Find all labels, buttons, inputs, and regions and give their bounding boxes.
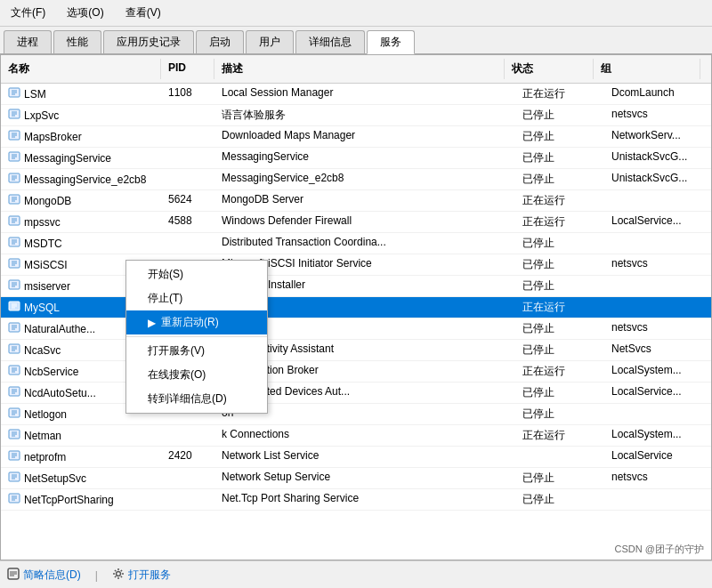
col-pid[interactable]: PID: [161, 59, 214, 79]
svc-group: LocalSystem...: [604, 361, 711, 382]
status-open-service[interactable]: 打开服务: [112, 568, 171, 583]
svc-group: netsvcs: [604, 254, 711, 275]
svc-name: LSM: [24, 88, 46, 101]
svc-status: 已停止: [515, 276, 604, 296]
table-row[interactable]: MySQL5478MySQL...正在运行: [1, 297, 711, 318]
svc-group: DcomLaunch: [604, 84, 711, 104]
svc-status: 已停止: [515, 468, 604, 488]
svc-name: Netman: [24, 430, 61, 442]
svc-desc: Distributed Transaction Coordina...: [214, 233, 515, 254]
svc-group: UnistackSvcG...: [604, 169, 711, 189]
table-row[interactable]: Netmank Connections正在运行LocalSystem...: [1, 425, 711, 447]
svg-point-24: [116, 572, 120, 576]
table-row[interactable]: MSDTCDistributed Transaction Coordina...…: [1, 233, 711, 254]
svc-group: UnistackSvcG...: [604, 148, 711, 168]
svc-group: netsvcs: [604, 105, 711, 125]
table-row[interactable]: MapsBrokerDownloaded Maps Manager已停止Netw…: [1, 126, 711, 148]
col-name[interactable]: 名称: [1, 59, 161, 79]
briefing-label[interactable]: 简略信息(D): [23, 568, 81, 583]
svc-status: 正在运行: [515, 297, 604, 318]
svc-status: 已停止: [515, 404, 604, 424]
table-row[interactable]: NetTcpPortSharingNet.Tcp Port Sharing Se…: [1, 489, 711, 511]
svc-icon: [8, 214, 20, 230]
svc-icon: [8, 129, 20, 144]
svc-status: 已停止: [515, 233, 604, 254]
table-row[interactable]: MongoDB5624MongoDB Server正在运行: [1, 190, 711, 212]
svc-desc: Windows Defender Firewall: [214, 212, 515, 232]
svc-pid: [161, 425, 214, 446]
ctx-open-service[interactable]: 打开服务(V): [126, 339, 267, 363]
table-body[interactable]: LSM1108Local Session Manager正在运行DcomLaun…: [1, 84, 711, 560]
tab-startup[interactable]: 启动: [196, 30, 244, 53]
tab-services[interactable]: 服务: [367, 30, 415, 54]
svc-pid: [161, 126, 214, 147]
svc-group: LocalSystem...: [604, 425, 711, 446]
table-row[interactable]: netprofm2420Network List ServiceLocalSer…: [1, 447, 711, 468]
svc-desc: MongoDB Server: [214, 190, 515, 211]
table-row[interactable]: LxpSvc语言体验服务已停止netsvcs: [1, 105, 711, 126]
col-desc[interactable]: 描述: [214, 59, 505, 79]
svc-name: LxpSvc: [24, 109, 59, 122]
table-row[interactable]: NaturalAuthe......验证已停止netsvcs: [1, 318, 711, 340]
briefing-icon: [7, 568, 20, 583]
menu-file[interactable]: 文件(F): [7, 4, 49, 22]
tab-bar: 进程 性能 应用历史记录 启动 用户 详细信息 服务: [0, 27, 712, 54]
svc-status: 已停止: [515, 489, 604, 510]
table-row[interactable]: MessagingServiceMessagingService已停止Unist…: [1, 148, 711, 169]
svc-group: [604, 276, 711, 296]
svc-name: MapsBroker: [24, 131, 82, 143]
svc-name: MessagingService_e2cb8: [24, 173, 146, 186]
svc-status: 已停止: [515, 126, 604, 147]
svc-icon: [8, 428, 20, 443]
menu-options[interactable]: 选项(O): [63, 4, 107, 22]
svc-group: LocalService...: [604, 383, 711, 403]
svc-pid: 1108: [161, 84, 214, 104]
svc-name: NcdAutoSetu...: [24, 387, 96, 399]
table-row[interactable]: NcaSvck Connectivity Assistant已停止NetSvcs: [1, 340, 711, 361]
svc-group: [604, 233, 711, 254]
tab-app-history[interactable]: 应用历史记录: [103, 30, 194, 53]
svc-desc: Local Session Manager: [214, 84, 515, 104]
table-row[interactable]: msiserverWindows Installer已停止: [1, 276, 711, 297]
svc-pid: 4588: [161, 212, 214, 232]
svc-icon: [8, 278, 20, 294]
svc-icon: [8, 449, 20, 464]
svc-icon: [8, 236, 20, 251]
ctx-stop[interactable]: 停止(T): [126, 286, 267, 310]
table-row[interactable]: mpssvc4588Windows Defender Firewall正在运行L…: [1, 212, 711, 233]
svc-status: 已停止: [515, 318, 604, 339]
scrollbar-header: [700, 59, 712, 79]
table-row[interactable]: MessagingService_e2cb8MessagingService_e…: [1, 169, 711, 190]
ctx-go-details[interactable]: 转到详细信息(D): [126, 387, 267, 411]
main-content: 名称 PID 描述 状态 组 LSM1108Local Session Mana…: [0, 54, 712, 560]
svc-desc: k Connections: [214, 425, 515, 446]
svc-pid: [161, 105, 214, 125]
svc-icon: [8, 471, 20, 486]
tab-performance[interactable]: 性能: [53, 30, 101, 53]
table-row[interactable]: MSiSCSIMicrosoft iSCSI Initiator Service…: [1, 254, 711, 276]
tab-users[interactable]: 用户: [246, 30, 294, 53]
table-row[interactable]: NcbServicek Connection Broker正在运行LocalSy…: [1, 361, 711, 383]
status-briefing[interactable]: 简略信息(D): [7, 568, 81, 583]
ctx-search[interactable]: 在线搜索(O): [126, 363, 267, 387]
ctx-start[interactable]: 开始(S): [126, 262, 267, 286]
svc-icon: [8, 364, 20, 379]
open-service-label[interactable]: 打开服务: [128, 568, 171, 583]
svc-icon: [8, 257, 20, 272]
svc-name: NetTcpPortSharing: [24, 494, 114, 506]
tab-details[interactable]: 详细信息: [295, 30, 365, 53]
table-row[interactable]: NcdAutoSetu...k Connected Devices Aut...…: [1, 383, 711, 404]
svc-icon: [8, 342, 20, 358]
table-row[interactable]: LSM1108Local Session Manager正在运行DcomLaun…: [1, 84, 711, 105]
table-row[interactable]: NetSetupSvcNetwork Setup Service已停止netsv…: [1, 468, 711, 489]
tab-process[interactable]: 进程: [4, 30, 52, 53]
svc-status: 正在运行: [515, 212, 604, 232]
col-group[interactable]: 组: [594, 59, 700, 79]
checkmark-icon: ▶: [148, 317, 156, 329]
ctx-restart[interactable]: ▶ 重新启动(R): [126, 310, 267, 334]
table-row[interactable]: Netlogonon已停止: [1, 404, 711, 425]
svc-pid: [161, 169, 214, 189]
col-status[interactable]: 状态: [505, 59, 594, 79]
svc-status: 已停止: [515, 169, 604, 189]
menu-view[interactable]: 查看(V): [122, 4, 165, 22]
